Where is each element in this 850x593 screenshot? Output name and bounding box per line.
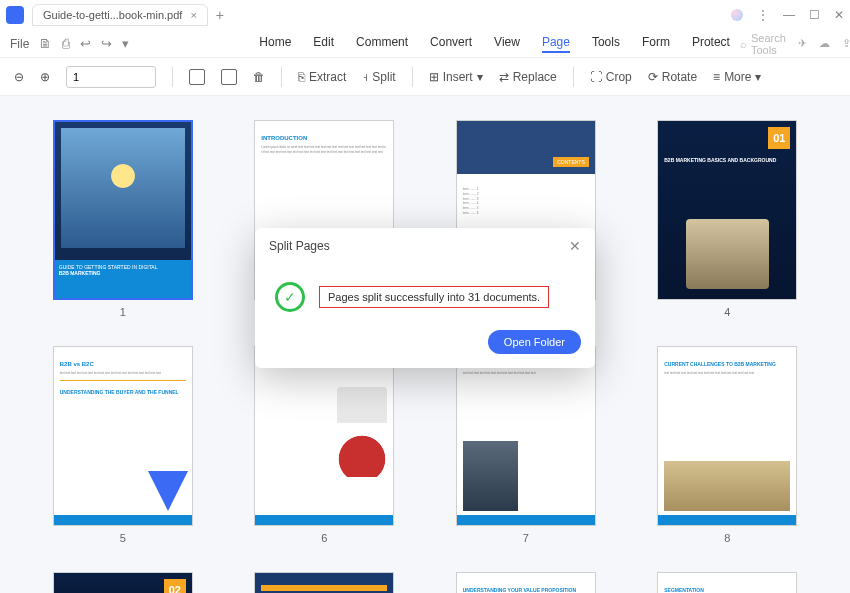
save-icon[interactable]: 🗎: [39, 36, 52, 51]
page-thumb-6[interactable]: text text text text text text text text …: [254, 346, 394, 526]
page-thumb-11[interactable]: UNDERSTANDING YOUR VALUE PROPOSITION tex…: [456, 572, 596, 593]
page-number: 6: [321, 532, 327, 544]
kebab-menu-icon[interactable]: ⋮: [757, 8, 769, 22]
dropdown-icon[interactable]: ▾: [122, 36, 129, 51]
open-folder-button[interactable]: Open Folder: [488, 330, 581, 354]
menu-home[interactable]: Home: [259, 35, 291, 53]
search-tools-label: Search Tools: [751, 32, 786, 56]
document-tab[interactable]: Guide-to-getti...book-min.pdf ×: [32, 4, 208, 26]
page-number: 8: [724, 532, 730, 544]
extract-button[interactable]: ⎘ Extract: [298, 70, 346, 84]
minimize-icon[interactable]: —: [783, 8, 795, 22]
page-number: 5: [120, 532, 126, 544]
page-number: 7: [523, 532, 529, 544]
page-thumb-10[interactable]: [254, 572, 394, 593]
divider: [172, 67, 173, 87]
menu-protect[interactable]: Protect: [692, 35, 730, 53]
undo-icon[interactable]: ↩: [80, 36, 91, 51]
menu-form[interactable]: Form: [642, 35, 670, 53]
page-thumb-4[interactable]: 01 B2B MARKETING BASICS AND BACKGROUND: [657, 120, 797, 300]
page-number-input[interactable]: [66, 66, 156, 88]
tab-title: Guide-to-getti...book-min.pdf: [43, 9, 182, 21]
menu-convert[interactable]: Convert: [430, 35, 472, 53]
dialog-message: Pages split successfully into 31 documen…: [319, 286, 549, 308]
success-check-icon: ✓: [275, 282, 305, 312]
account-orb-icon[interactable]: [731, 9, 743, 21]
app-icon: [6, 6, 24, 24]
search-icon: ⌕: [740, 38, 747, 50]
redo-icon[interactable]: ↪: [101, 36, 112, 51]
close-dialog-icon[interactable]: ✕: [569, 238, 581, 254]
menu-edit[interactable]: Edit: [313, 35, 334, 53]
delete-page-icon[interactable]: 🗑: [253, 70, 265, 84]
dialog-title: Split Pages: [269, 239, 330, 253]
menu-view[interactable]: View: [494, 35, 520, 53]
split-pages-dialog: Split Pages ✕ ✓ Pages split successfully…: [255, 228, 595, 368]
split-button[interactable]: ⫞ Split: [362, 70, 395, 84]
menu-comment[interactable]: Comment: [356, 35, 408, 53]
page-thumb-9[interactable]: 02 PLANNING: [53, 572, 193, 593]
crop-button[interactable]: ⛶ Crop: [590, 70, 632, 84]
zoom-in-button[interactable]: ⊕: [40, 70, 50, 84]
cloud-icon[interactable]: ☁: [819, 37, 830, 50]
maximize-icon[interactable]: ☐: [809, 8, 820, 22]
send-icon[interactable]: ✈: [798, 37, 807, 50]
close-tab-icon[interactable]: ×: [190, 9, 196, 21]
file-menu[interactable]: File: [10, 37, 29, 51]
zoom-out-button[interactable]: ⊖: [14, 70, 24, 84]
replace-button[interactable]: ⇄ Replace: [499, 70, 557, 84]
page-thumb-7[interactable]: INTERSECTION OF SALES & MARKETING text t…: [456, 346, 596, 526]
new-tab-button[interactable]: +: [216, 7, 224, 23]
main-menu: Home Edit Comment Convert View Page Tool…: [259, 35, 730, 53]
page-number: 4: [724, 306, 730, 318]
page-number: 1: [120, 306, 126, 318]
divider: [573, 67, 574, 87]
page-thumb-1[interactable]: GUIDE TO GETTING STARTED IN DIGITAL B2B …: [53, 120, 193, 300]
page-thumb-5[interactable]: B2B vs B2C text text text text text text…: [53, 346, 193, 526]
print-icon[interactable]: ⎙: [62, 36, 70, 51]
rotate-button[interactable]: ⟳ Rotate: [648, 70, 697, 84]
page-thumb-12[interactable]: SEGMENTATION: [657, 572, 797, 593]
menu-tools[interactable]: Tools: [592, 35, 620, 53]
divider: [412, 67, 413, 87]
divider: [281, 67, 282, 87]
more-button[interactable]: ≡ More ▾: [713, 70, 761, 84]
thumb-grid-icon[interactable]: [189, 69, 205, 85]
search-tools[interactable]: ⌕ Search Tools: [740, 32, 786, 56]
share-icon[interactable]: ⇪: [842, 37, 850, 50]
menu-page[interactable]: Page: [542, 35, 570, 53]
insert-button[interactable]: ⊞ Insert ▾: [429, 70, 483, 84]
page-thumb-8[interactable]: CURRENT CHALLENGES TO B2B MARKETING text…: [657, 346, 797, 526]
close-window-icon[interactable]: ✕: [834, 8, 844, 22]
page-view-icon[interactable]: [221, 69, 237, 85]
